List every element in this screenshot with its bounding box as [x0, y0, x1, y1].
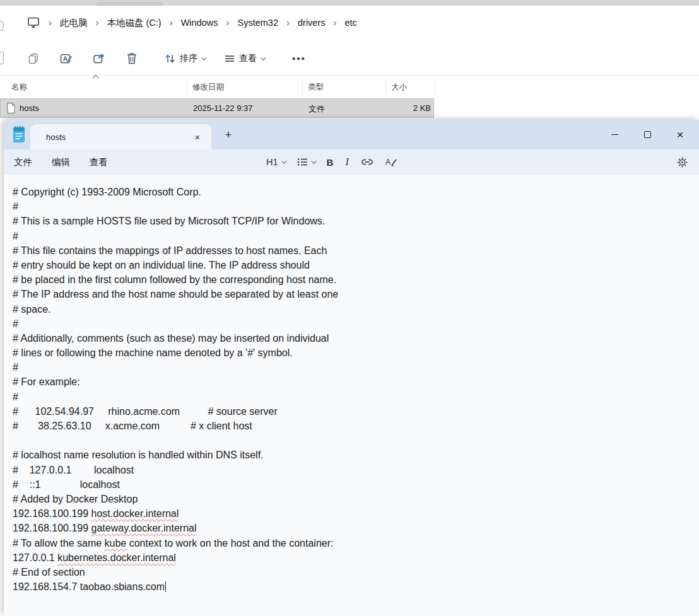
- editor-text: 192.168.154.7 taobao.sbians.com: [13, 581, 165, 592]
- editor-line: #: [13, 362, 699, 376]
- editor-text: #: [13, 201, 18, 212]
- chevron-down-icon: [311, 158, 316, 163]
- editor-line: # End of section: [13, 567, 699, 581]
- menu-文件[interactable]: 文件: [14, 156, 32, 168]
- close-button[interactable]: ×: [664, 120, 696, 149]
- menu-编辑[interactable]: 编辑: [52, 156, 70, 168]
- editor-line: #: [13, 318, 699, 333]
- notepad-menubar: 文件编辑查看 H1 B I: [4, 149, 699, 175]
- delete-icon[interactable]: [121, 48, 143, 69]
- column-header-name[interactable]: 名称: [11, 82, 27, 93]
- breadcrumb-item[interactable]: System32: [238, 18, 278, 28]
- column-divider[interactable]: [187, 79, 187, 95]
- column-divider[interactable]: [435, 79, 435, 95]
- editor-text: # End of section: [13, 567, 85, 578]
- sort-button[interactable]: 排序: [164, 53, 205, 64]
- editor-line: #: [13, 231, 699, 245]
- more-options-button[interactable]: •••: [292, 53, 306, 64]
- editor-text: # entry should be kept on an individual …: [13, 260, 310, 270]
- file-icon: [6, 102, 16, 114]
- misspelled-text: kubernetes.docker.internal: [57, 552, 176, 563]
- editor-text: # lines or following the machine name de…: [13, 347, 293, 358]
- editor-text: # This file contains the mappings of IP …: [13, 245, 327, 256]
- misspelled-text: gateway.docker.internal: [91, 523, 197, 533]
- column-divider[interactable]: [302, 79, 303, 95]
- chevron-right-icon: ›: [49, 17, 52, 28]
- tab-close-button[interactable]: ×: [190, 129, 205, 144]
- menu-items: 文件编辑查看: [14, 156, 127, 168]
- editor-line: # 127.0.0.1 localhost: [13, 465, 699, 479]
- editor-text: #: [13, 362, 18, 373]
- notepad-tab-hosts[interactable]: hosts ×: [30, 124, 211, 149]
- share-icon[interactable]: [88, 48, 110, 69]
- chevron-right-icon: ›: [170, 17, 173, 28]
- editor-text: # be placed in the first column followed…: [13, 274, 336, 285]
- menu-查看[interactable]: 查看: [90, 156, 108, 168]
- editor-text: # Additionally, comments (such as these)…: [13, 333, 329, 344]
- editor-text: # Copyright (c) 1993-2009 Microsoft Corp…: [13, 187, 201, 197]
- column-header-type[interactable]: 类型: [308, 82, 324, 93]
- editor-line: 192.168.100.199 gateway.docker.internal: [13, 523, 699, 537]
- editor-line: # 102.54.94.97 rhino.acme.com # source s…: [13, 406, 699, 421]
- italic-button[interactable]: I: [345, 156, 348, 168]
- editor-text: # localhost name resolution is handled w…: [13, 450, 264, 460]
- file-list-header: 名称 修改日期 类型 大小: [0, 76, 436, 98]
- heading-dropdown[interactable]: H1: [266, 157, 285, 167]
- editor-content: # Copyright (c) 1993-2009 Microsoft Corp…: [13, 187, 699, 596]
- tab-title: hosts: [46, 132, 190, 142]
- editor-text: # space.: [13, 304, 50, 315]
- copy-icon[interactable]: [23, 48, 44, 69]
- editor-line: # The IP address and the host name shoul…: [13, 289, 699, 303]
- editor-line: # entry should be kept on an individual …: [13, 260, 699, 274]
- file-size: 2 KB: [392, 103, 431, 113]
- editor-line: # lines or following the machine name de…: [13, 347, 699, 362]
- chevron-right-icon: ›: [96, 17, 99, 28]
- editor-line: # This file contains the mappings of IP …: [13, 245, 699, 260]
- breadcrumb-item[interactable]: 此电脑: [60, 18, 88, 28]
- editor-text: # 102.54.94.97 rhino.acme.com # source s…: [13, 406, 278, 417]
- this-pc-icon[interactable]: [26, 16, 40, 29]
- breadcrumb-item[interactable]: Windows: [181, 18, 218, 28]
- column-divider[interactable]: [385, 79, 386, 95]
- maximize-icon: [644, 131, 651, 138]
- editor-text: # 127.0.0.1 localhost: [13, 465, 134, 475]
- window-controls: ×: [598, 120, 696, 149]
- editor-text: #: [13, 392, 18, 402]
- editor-line: # To allow the same kube context to work…: [13, 538, 699, 552]
- list-icon: [297, 158, 308, 166]
- editor-area[interactable]: # Copyright (c) 1993-2009 Microsoft Corp…: [4, 175, 699, 616]
- maximize-button[interactable]: [631, 120, 664, 149]
- column-header-date[interactable]: 修改日期: [192, 82, 224, 93]
- breadcrumb-item[interactable]: etc: [345, 18, 357, 28]
- new-tab-button[interactable]: +: [220, 126, 237, 144]
- explorer-toolbar: A 排序: [0, 42, 699, 76]
- column-header-size[interactable]: 大小: [391, 82, 407, 93]
- chevron-down-icon: [261, 55, 266, 60]
- heading-label: H1: [266, 157, 278, 167]
- link-icon: [361, 157, 373, 167]
- file-row-hosts[interactable]: hosts 2025-11-22 9:37 文件 2 KB: [0, 98, 434, 118]
- chevron-right-icon: ›: [286, 17, 290, 28]
- editor-line: # localhost name resolution is handled w…: [13, 450, 699, 464]
- editor-text: # For example:: [13, 376, 80, 387]
- editor-line: # Added by Docker Desktop: [13, 494, 699, 508]
- notepad-titlebar[interactable]: hosts × + ×: [4, 120, 699, 149]
- sort-arrows-icon: [164, 53, 176, 64]
- sort-ascending-icon: [93, 75, 99, 81]
- spellcheck-button[interactable]: A: [385, 157, 397, 168]
- link-button[interactable]: [361, 157, 373, 167]
- rename-icon[interactable]: A: [56, 48, 77, 69]
- editor-text: # Added by Docker Desktop: [13, 494, 138, 504]
- view-button[interactable]: 查看: [224, 53, 264, 64]
- breadcrumb-item[interactable]: drivers: [298, 18, 326, 28]
- bold-button[interactable]: B: [327, 157, 334, 168]
- editor-text: 127.0.0.1: [13, 552, 57, 563]
- svg-text:A: A: [385, 158, 391, 166]
- sort-label: 排序: [180, 53, 197, 64]
- list-dropdown[interactable]: [297, 158, 315, 166]
- minimize-button[interactable]: [598, 120, 631, 149]
- settings-button[interactable]: [677, 157, 688, 168]
- editor-line: #: [13, 392, 699, 406]
- breadcrumb-item[interactable]: 本地磁盘 (C:): [107, 18, 162, 28]
- breadcrumb: ›此电脑›本地磁盘 (C:)›Windows›System32›drivers›…: [40, 17, 357, 29]
